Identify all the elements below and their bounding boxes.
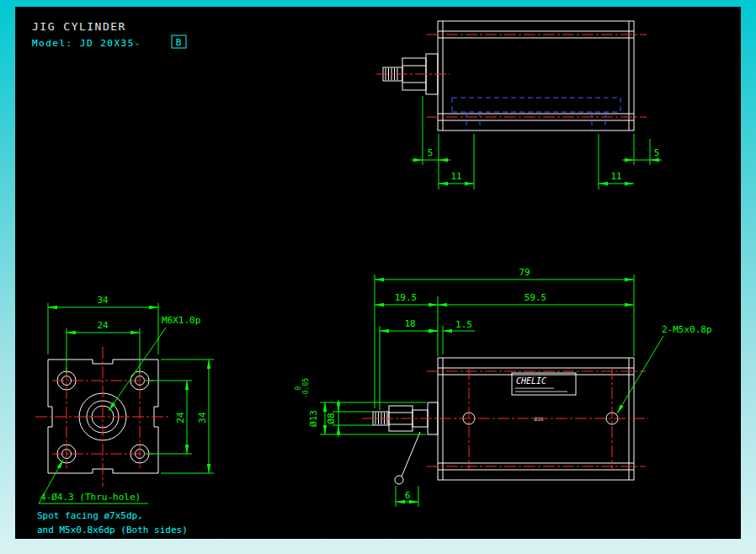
dim-1-5: 1.5 [455,319,472,330]
label-fine-print-line [515,388,554,389]
cad-drawing: JIG CYLINDER Model: JD 20X35- B [0,0,756,554]
model-label: Model: JD 20X35- [32,38,141,49]
drawing-canvas[interactable] [15,7,741,539]
dim-width-24: 24 [97,320,109,331]
label-fine-print-line [515,392,567,392]
note-thru-hole: 4-Ø4.3 (Thru-hole) [40,492,141,503]
brand-name: CHELIC [516,376,546,386]
dim-body-59-5: 59.5 [524,292,547,303]
dim-total-79: 79 [519,267,530,278]
drawing-title: JIG CYLINDER [32,20,126,33]
dim-height-34: 34 [197,412,208,423]
note-spot-facing-2: and M5x0.8x6dp (Both sides) [37,525,188,535]
dim-dia-13: Ø13 [308,410,319,427]
dim-left-5: 5 [428,147,434,158]
cad-window: JIG CYLINDER Model: JD 20X35- B [0,0,756,554]
dim-right-5: 5 [654,147,660,158]
note-spot-facing-1: Spot facing ø7x5dp, [37,510,143,521]
dim-18: 18 [404,318,415,329]
ports-label: 2-M5x0.8p [662,324,712,335]
tolerance-upper: 0 [295,386,302,390]
model-code: B [176,37,182,48]
dim-6: 6 [405,490,411,501]
tolerance-lower: -0.05 [302,378,310,398]
dim-right-11: 11 [610,171,621,182]
dim-left-11: 11 [450,171,461,182]
dim-width-34: 34 [97,295,109,306]
dim-rod-19-5: 19.5 [395,292,418,303]
dim-height-24: 24 [175,412,186,423]
thread-label: M6X1.0p [162,315,200,326]
dim-dia-8: Ø8 [326,413,337,423]
